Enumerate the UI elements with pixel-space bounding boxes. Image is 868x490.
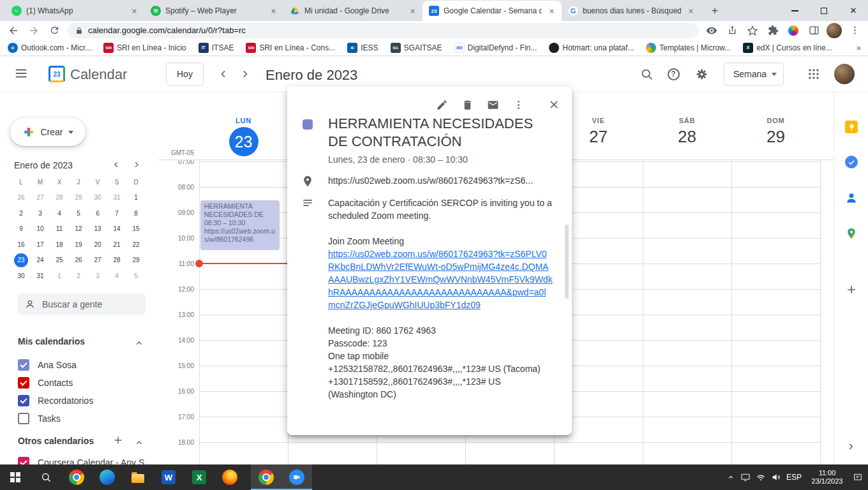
tab-drive[interactable]: Mi unidad - Google Drive <box>283 1 423 21</box>
checkbox-checked[interactable] <box>18 377 29 389</box>
search-people-input[interactable]: Buscar a gente <box>18 293 146 315</box>
taskbar-file-explorer-icon[interactable] <box>123 464 153 490</box>
collapse-other-calendars-icon[interactable] <box>134 438 144 448</box>
calendar-item-coursera[interactable]: Coursera Calendar - Any S <box>0 454 158 464</box>
mini-cal-date[interactable]: 4 <box>52 206 66 220</box>
mini-cal-date[interactable]: 1 <box>52 269 66 283</box>
network-wifi-icon[interactable] <box>756 472 766 482</box>
mini-cal-date[interactable]: 2 <box>14 206 28 220</box>
mini-cal-date-selected[interactable]: 23 <box>14 253 28 267</box>
calendar-item-contacts[interactable]: Contacts <box>0 374 158 392</box>
mini-cal-date[interactable]: 16 <box>14 237 28 251</box>
mini-cal-date[interactable]: 4 <box>110 269 124 283</box>
taskbar-zoom-icon[interactable] <box>281 464 312 490</box>
mini-cal-date[interactable]: 22 <box>129 237 143 251</box>
bookmark-hotmart[interactable]: Hotmart: una plataf... <box>549 43 634 53</box>
today-button[interactable]: Hoy <box>166 63 204 85</box>
edit-pencil-icon[interactable] <box>431 94 452 115</box>
maximize-icon[interactable] <box>809 0 839 21</box>
mini-cal-date[interactable]: 27 <box>91 253 105 267</box>
start-button[interactable] <box>0 464 31 490</box>
hamburger-menu-icon[interactable] <box>14 66 28 80</box>
address-bar[interactable]: calendar.google.com/calendar/u/0/r?tab=r… <box>68 23 698 38</box>
bookmark-itsae[interactable]: ITITSAE <box>198 43 234 53</box>
mini-cal-date[interactable]: 29 <box>71 191 86 205</box>
prev-week-icon[interactable] <box>217 68 230 80</box>
forward-icon[interactable] <box>24 22 43 39</box>
eye-icon[interactable] <box>702 22 721 39</box>
display-icon[interactable] <box>740 472 751 482</box>
event-block-herramienta[interactable]: HERRAMIENTA NECESIDADES DE 08:30 – 10:30… <box>200 200 280 250</box>
side-panel-icon[interactable] <box>804 22 823 39</box>
day-header-number[interactable]: 28 <box>643 127 731 147</box>
close-modal-icon[interactable] <box>544 94 564 115</box>
checkbox-checked[interactable] <box>18 457 29 464</box>
minimize-icon[interactable] <box>780 0 809 21</box>
mini-cal-date[interactable]: 25 <box>52 253 66 267</box>
taskbar-excel-icon[interactable]: X <box>184 464 214 490</box>
tab-whatsapp[interactable]: (1) WhatsApp <box>5 1 144 21</box>
close-tab-icon[interactable] <box>407 6 417 16</box>
more-options-kebab-icon[interactable] <box>508 94 528 115</box>
taskbar-firefox-icon[interactable] <box>214 464 245 490</box>
checkbox-checked[interactable] <box>18 359 29 371</box>
hidden-icons-chevron-icon[interactable] <box>726 473 735 482</box>
mini-cal-date[interactable]: 26 <box>71 253 86 267</box>
mini-cal-date[interactable]: 18 <box>52 237 66 251</box>
mini-cal-date[interactable]: 11 <box>52 222 66 236</box>
taskbar-chrome-icon[interactable] <box>61 464 92 490</box>
delete-trash-icon[interactable] <box>457 94 477 115</box>
mini-cal-date[interactable]: 30 <box>14 269 28 283</box>
mini-cal-date[interactable]: 28 <box>110 253 124 267</box>
mini-cal-date[interactable]: 5 <box>71 206 86 220</box>
reload-icon[interactable] <box>45 22 64 39</box>
close-tab-icon[interactable] <box>546 6 557 16</box>
action-center-icon[interactable] <box>853 472 863 482</box>
bookmark-digitaldefynd[interactable]: ddDigitalDefynd - Fin... <box>454 43 537 53</box>
get-add-ons-plus-icon[interactable] <box>845 283 858 296</box>
tab-google-calendar[interactable]: 23 Google Calendar - Semana d <box>423 1 562 21</box>
mini-cal-date[interactable]: 27 <box>33 191 47 205</box>
mini-cal-date[interactable]: 21 <box>110 237 124 251</box>
taskbar-chrome-active-icon[interactable] <box>251 464 281 490</box>
new-tab-button[interactable]: + <box>706 2 724 20</box>
zoom-join-link[interactable]: https://us02web.zoom.us/w/86017624963?tk… <box>328 248 553 311</box>
bookmark-star-icon[interactable] <box>743 22 762 39</box>
profile-avatar[interactable] <box>825 22 844 39</box>
mini-cal-date[interactable]: 15 <box>129 222 143 236</box>
close-window-icon[interactable]: ✕ <box>839 0 868 21</box>
mini-cal-date[interactable]: 30 <box>91 191 105 205</box>
account-avatar[interactable] <box>834 64 855 84</box>
mini-cal-date[interactable]: 1 <box>129 191 143 205</box>
taskbar-edge-icon[interactable] <box>92 464 123 490</box>
mini-cal-date[interactable]: 24 <box>33 253 47 267</box>
extensions-puzzle-icon[interactable] <box>763 22 782 39</box>
day-header-number[interactable]: 29 <box>731 127 820 147</box>
mini-cal-prev-icon[interactable] <box>111 160 121 170</box>
bookmark-outlook[interactable]: oOutlook.com - Micr... <box>8 43 91 53</box>
mini-cal-date[interactable]: 17 <box>33 237 47 251</box>
mini-cal-date[interactable]: 13 <box>91 222 105 236</box>
back-icon[interactable] <box>4 22 23 39</box>
checkbox-checked[interactable] <box>18 395 29 406</box>
keep-icon[interactable] <box>845 121 858 133</box>
taskbar-word-icon[interactable]: W <box>153 464 184 490</box>
mini-cal-date[interactable]: 14 <box>110 222 124 236</box>
mini-cal-date[interactable]: 5 <box>129 269 143 283</box>
calendar-item-ana-sosa[interactable]: Ana Sosa <box>0 356 158 374</box>
mini-cal-date[interactable]: 28 <box>52 191 66 205</box>
mini-cal-date[interactable]: 29 <box>129 253 143 267</box>
mini-cal-date[interactable]: 12 <box>71 222 86 236</box>
mini-cal-date[interactable]: 3 <box>91 269 105 283</box>
mini-cal-date[interactable]: 9 <box>14 222 28 236</box>
help-icon[interactable]: ? <box>664 65 682 83</box>
mini-cal-date[interactable]: 10 <box>33 222 47 236</box>
google-apps-grid-icon[interactable] <box>805 65 823 83</box>
mini-cal-date[interactable]: 7 <box>110 206 124 220</box>
bookmarks-overflow-icon[interactable]: » <box>857 43 860 52</box>
share-icon[interactable] <box>722 22 742 39</box>
mini-cal-date[interactable]: 3 <box>33 206 47 220</box>
email-envelope-icon[interactable] <box>483 94 503 115</box>
modal-scrollbar[interactable] <box>565 225 569 299</box>
create-button[interactable]: Crear <box>10 118 86 146</box>
